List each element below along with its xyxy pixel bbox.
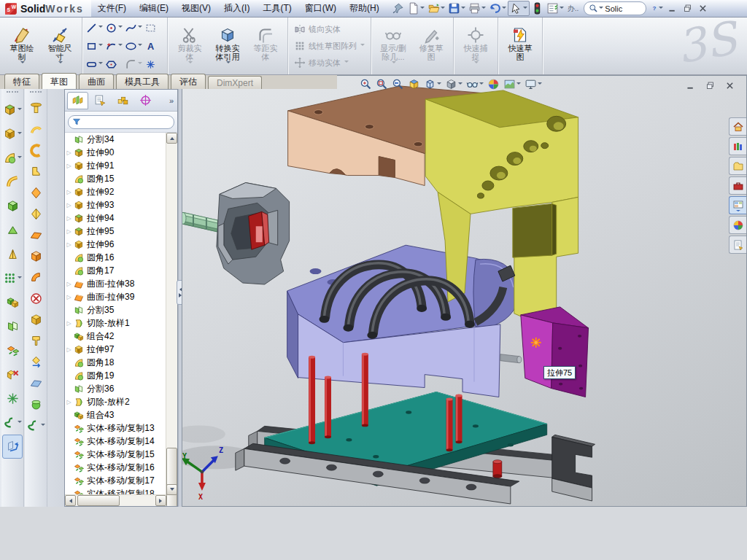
tree-item-圆角19[interactable]: 圆角19 [65,369,166,382]
tab-特征[interactable]: 特征 [4,74,39,89]
manager-overflow-button[interactable]: » [169,96,175,105]
feature-tool-revolve[interactable] [26,98,46,119]
mgr-props-tab[interactable] [90,92,111,109]
feature-tool-delete-body[interactable] [2,362,23,386]
feature-tool-cube-green[interactable] [2,194,23,218]
tp-home-tab[interactable] [729,117,746,136]
hu-orient-button[interactable] [424,78,441,90]
tb-select-button[interactable] [508,1,530,16]
ribbon-button-快速草图[interactable]: 快速草图 [501,26,539,66]
part-guide-pin[interactable] [500,354,522,363]
ribbon-button-转换实体引用[interactable]: 转换实体引用 [209,26,247,66]
tb-save-button[interactable] [446,1,467,15]
feature-tool-ball-green[interactable] [26,394,46,415]
hu-section-button[interactable] [408,78,420,90]
tree-item-拉伸90[interactable]: ▷拉伸90 [65,146,166,159]
tab-模具工具[interactable]: 模具工具 [116,74,169,89]
tb-pin-button[interactable] [390,1,406,15]
tb-undo-button[interactable] [487,1,508,15]
feature-tool-delete-red[interactable] [26,288,46,309]
doc-restore-button[interactable] [704,80,716,91]
feature-tool-sheet-orange[interactable] [26,225,46,246]
feature-tool-yoke[interactable] [26,330,46,351]
hu-scene-button[interactable] [503,78,521,90]
sketch-entity-sk-lasso[interactable] [144,19,164,37]
ribbon-button-草图绘制[interactable]: 草图绘制 [3,26,41,66]
feature-tool-squiggle[interactable] [2,411,23,435]
feature-tool-cring[interactable] [26,140,46,161]
hu-zoomfit-button[interactable] [360,78,372,90]
tree-item-拉伸94[interactable]: ▷拉伸94 [65,211,166,225]
tree-item-分割34[interactable]: 分割34 [65,133,166,146]
feature-tool-wedge[interactable] [2,218,23,242]
scroll-thumb[interactable] [77,495,120,506]
menu-item[interactable]: 插入(I) [217,1,256,16]
tp-explorer-tab[interactable] [729,157,746,175]
tb-print-button[interactable] [467,1,487,15]
sketch-entity-sk-ellipse[interactable] [125,37,144,55]
sketch-entity-sk-arc[interactable] [105,37,125,55]
tree-item-曲面-拉伸38[interactable]: ▷曲面-拉伸38 [65,277,166,290]
tree-horizontal-scrollbar[interactable] [65,494,166,506]
tree-item-组合43[interactable]: 组合43 [65,408,166,421]
tp-library-tab[interactable] [729,137,746,155]
feature-tool-squiggle[interactable] [26,415,46,436]
expand-arrow[interactable]: ▷ [65,241,73,248]
tab-DimXpert[interactable]: DimXpert [208,76,262,89]
scroll-up-button[interactable] [166,133,177,144]
tree-item-实体-移动/复制14[interactable]: 实体-移动/复制14 [65,435,166,448]
feature-tool-box-yellow[interactable] [26,309,46,330]
feature-tool-surf-flat[interactable] [26,373,46,394]
tree-item-组合42[interactable]: 组合42 [65,330,166,343]
sketch-entity-sk-slot[interactable] [85,55,105,74]
feature-tool-point-star[interactable] [2,386,23,411]
toolbar-drag-handle[interactable] [30,91,42,96]
expand-arrow[interactable]: ▷ [65,281,73,287]
menu-item[interactable]: 工具(T) [256,1,298,16]
mgr-config-tab[interactable] [112,92,133,109]
feature-tool-extrude-boss[interactable] [2,98,23,122]
expand-arrow[interactable]: ▷ [65,202,73,209]
ribbon-button-智能尺寸[interactable]: 智能尺寸 [41,26,79,66]
tp-toolbox-tab[interactable] [729,176,746,195]
feature-tool-draft[interactable] [2,242,23,266]
feature-tool-cube-orange[interactable] [26,246,46,267]
expand-arrow[interactable]: ▷ [65,189,73,195]
close-button[interactable] [697,3,709,14]
feature-tool-extrude[interactable] [2,122,23,146]
tb-new-button[interactable] [406,1,426,15]
sketch-entity-sk-spline[interactable] [125,19,144,37]
tree-item-圆角17[interactable]: 圆角17 [65,264,166,277]
help-button[interactable]: ? [651,3,663,14]
doc-close-button[interactable] [724,80,736,91]
feature-tool-fillet[interactable] [2,146,23,170]
tree-item-拉伸97[interactable]: ▷拉伸97 [65,343,166,356]
tree-item-实体-移动/复制16[interactable]: 实体-移动/复制16 [65,461,166,474]
search-input[interactable] [603,4,641,14]
tab-评估[interactable]: 评估 [171,74,206,89]
feature-tool-split[interactable] [2,314,23,338]
tree-item-切除-放样2[interactable]: ▷切除-放样2 [65,395,166,408]
tb-open-button[interactable] [426,1,446,15]
menu-item[interactable]: 帮助(H) [343,1,386,16]
part-gray-clamp[interactable] [217,183,290,285]
mgr-features-tab[interactable] [67,92,88,109]
expand-arrow[interactable]: ▷ [65,346,73,353]
menu-item[interactable]: 编辑(E) [133,1,175,16]
tp-props-tab[interactable] [729,236,746,254]
tree-item-曲面-拉伸39[interactable]: ▷曲面-拉伸39 [65,290,166,303]
scroll-down-button[interactable] [166,484,177,495]
tree-vertical-scrollbar[interactable] [166,133,177,495]
tree-item-实体-移动/复制17[interactable]: 实体-移动/复制17 [65,474,166,487]
feature-tool-boot[interactable] [26,161,46,182]
part-small-pin[interactable] [493,460,502,478]
tree-item-分割36[interactable]: 分割36 [65,382,166,395]
tree-item-圆角15[interactable]: 圆角15 [65,172,166,185]
feature-tool-move-copy[interactable] [2,338,23,362]
tab-曲面[interactable]: 曲面 [79,74,114,89]
tp-palette-tab[interactable] [729,196,746,214]
tree-item-拉伸92[interactable]: ▷拉伸92 [65,185,166,198]
expand-arrow[interactable]: ▷ [65,320,73,327]
tree-item-拉伸96[interactable]: ▷拉伸96 [65,238,166,251]
expand-arrow[interactable]: ▷ [65,294,73,300]
